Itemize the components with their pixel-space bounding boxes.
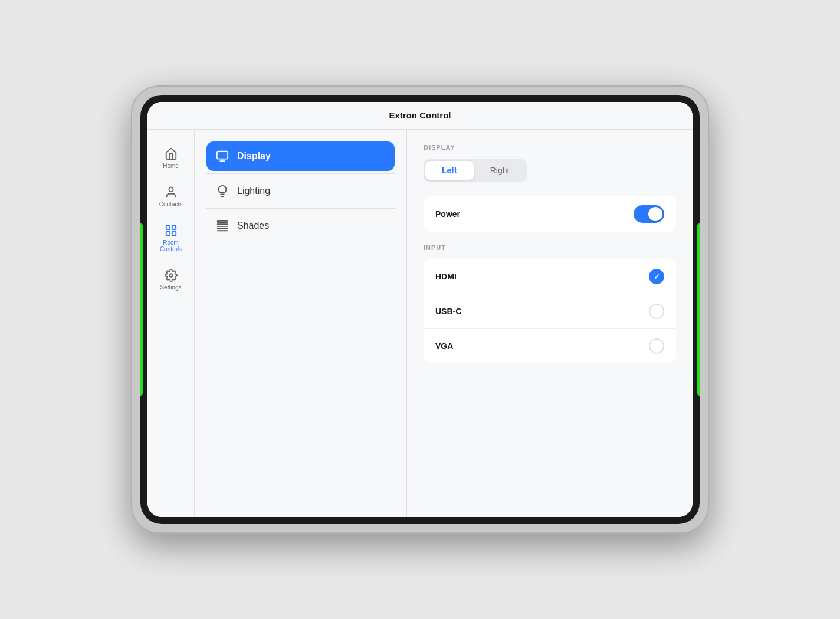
menu-divider-1 <box>206 173 395 174</box>
shades-icon <box>216 219 229 232</box>
sidebar-settings-label: Settings <box>160 284 181 291</box>
vga-radio[interactable] <box>649 338 664 354</box>
display-section-label: DISPLAY <box>424 144 676 151</box>
sidebar-home-label: Home <box>163 163 179 169</box>
header-title: Extron Control <box>389 110 451 120</box>
hdmi-radio[interactable] <box>649 269 664 284</box>
input-row-hdmi[interactable]: HDMI <box>424 259 676 294</box>
input-section-label: INPUT <box>424 244 676 251</box>
menu-item-lighting[interactable]: Lighting <box>206 176 395 206</box>
sidebar: Home Contacts <box>147 130 195 517</box>
tablet-bezel: Extron Control Home <box>140 95 700 524</box>
input-row-usbc[interactable]: USB-C <box>424 294 676 329</box>
usbc-label: USB-C <box>435 307 461 316</box>
sidebar-item-settings[interactable]: Settings <box>150 263 192 297</box>
menu-divider-2 <box>206 208 395 209</box>
settings-icon <box>165 269 178 282</box>
menu-item-shades[interactable]: Shades <box>206 211 395 241</box>
lighting-icon <box>216 185 229 197</box>
menu-lighting-label: Lighting <box>237 186 270 196</box>
screen: Extron Control Home <box>147 102 693 517</box>
svg-rect-4 <box>172 232 175 235</box>
side-toggle-group: Left Right <box>424 159 527 182</box>
hdmi-label: HDMI <box>435 272 457 281</box>
vga-label: VGA <box>435 341 453 351</box>
main-area: Home Contacts <box>147 130 693 517</box>
sidebar-item-home[interactable]: Home <box>150 141 192 175</box>
input-card: HDMI USB-C VGA <box>424 259 676 363</box>
home-icon <box>165 147 178 160</box>
sidebar-item-contacts[interactable]: Contacts <box>150 180 192 213</box>
display-icon <box>216 150 229 163</box>
contacts-icon <box>165 186 178 199</box>
menu-panel: Display Lig <box>195 130 407 517</box>
sidebar-contacts-label: Contacts <box>159 201 182 208</box>
room-controls-icon <box>165 224 178 237</box>
svg-point-5 <box>169 274 173 277</box>
svg-rect-3 <box>166 232 169 235</box>
svg-rect-1 <box>166 226 169 229</box>
tablet-outer: Extron Control Home <box>131 85 709 534</box>
left-toggle-btn[interactable]: Left <box>425 161 474 180</box>
power-row: Power <box>424 196 676 232</box>
menu-display-label: Display <box>237 151 271 162</box>
sidebar-item-room-controls[interactable]: Room Controls <box>150 218 192 258</box>
right-toggle-btn[interactable]: Right <box>474 161 526 180</box>
input-row-vga[interactable]: VGA <box>424 329 676 363</box>
power-card: Power <box>424 196 676 232</box>
usbc-radio[interactable] <box>649 304 664 319</box>
power-label: Power <box>435 209 460 219</box>
svg-point-0 <box>169 187 173 192</box>
power-toggle[interactable] <box>634 205 664 223</box>
menu-shades-label: Shades <box>237 220 269 231</box>
content-area: Display Lig <box>195 130 693 517</box>
menu-item-display[interactable]: Display <box>206 141 395 171</box>
svg-rect-6 <box>217 152 228 159</box>
header: Extron Control <box>147 102 693 130</box>
detail-panel: DISPLAY Left Right Power <box>407 130 693 517</box>
svg-rect-9 <box>218 221 228 223</box>
sidebar-room-controls-label: Room Controls <box>155 239 187 252</box>
